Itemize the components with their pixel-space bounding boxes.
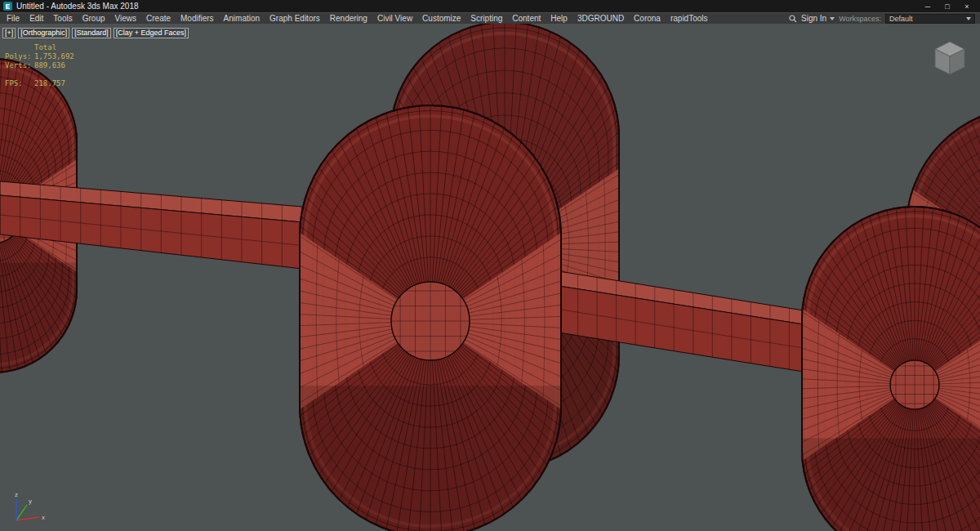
menu-item-civil-view[interactable]: Civil View [372, 14, 417, 23]
workspaces-label: Workspaces: [839, 15, 881, 23]
window-title: Untitled - Autodesk 3ds Max 2018 [16, 2, 139, 11]
menu-bar: FileEditToolsGroupViewsCreateModifiersAn… [0, 12, 980, 24]
stats-verts-label: Verts: [5, 61, 34, 70]
chevron-down-icon [830, 17, 835, 20]
menu-item-animation[interactable]: Animation [219, 14, 265, 23]
wheel-mesh[interactable] [300, 105, 561, 531]
menu-item-content[interactable]: Content [507, 14, 546, 23]
viewcube[interactable] [935, 42, 964, 74]
menu-item-file[interactable]: File [2, 14, 24, 23]
maximize-button[interactable]: □ [938, 2, 957, 11]
3d-scene: xyz [0, 24, 980, 531]
axis-label-z: z [15, 491, 18, 498]
workspace-value: Default [889, 15, 913, 23]
statistics-overlay: Total Polys:1,753,692 Verts:889,636 FPS:… [5, 43, 74, 88]
stats-total-header: Total [34, 43, 56, 51]
viewport-menu-general[interactable]: [+] [2, 28, 16, 38]
sign-in-button[interactable]: Sign In [801, 14, 835, 23]
menu-item-corona[interactable]: Corona [629, 14, 666, 23]
menu-item-help[interactable]: Help [546, 14, 572, 23]
sign-in-label: Sign In [801, 14, 826, 23]
3dsmax-logo-icon [3, 2, 12, 11]
stats-verts-value: 889,636 [34, 61, 65, 69]
menu-item-rendering[interactable]: Rendering [325, 14, 372, 23]
menu-item-customize[interactable]: Customize [417, 14, 466, 23]
axis-label-x: x [42, 514, 45, 521]
menu-item-scripting[interactable]: Scripting [466, 14, 507, 23]
menu-item-edit[interactable]: Edit [24, 14, 48, 23]
search-icon[interactable] [789, 15, 797, 23]
minimize-button[interactable]: ─ [918, 2, 938, 11]
stats-polys-label: Polys: [5, 52, 34, 61]
viewport-menu-render-setting[interactable]: [Standard] [72, 28, 111, 38]
workspace-dropdown[interactable]: Default [885, 14, 975, 24]
menu-item-views[interactable]: Views [110, 14, 142, 23]
viewport-menu-shading[interactable]: [Clay + Edged Faces] [114, 28, 189, 38]
stats-fps-value: 218.757 [34, 79, 65, 87]
menu-item-3dground[interactable]: 3DGROUND [572, 14, 629, 23]
menubar-right: Sign In Workspaces: Default [789, 14, 978, 24]
menu-items: FileEditToolsGroupViewsCreateModifiersAn… [2, 14, 713, 23]
menu-item-tools[interactable]: Tools [48, 14, 77, 23]
menu-item-modifiers[interactable]: Modifiers [176, 14, 219, 23]
menu-item-create[interactable]: Create [141, 14, 176, 23]
title-bar: Untitled - Autodesk 3ds Max 2018 ─ □ × [0, 0, 980, 12]
axis-label-y: y [29, 498, 32, 505]
viewport-canvas[interactable]: xyz [+] [Orthographic] [Standard] [Clay … [0, 24, 980, 531]
menu-item-group[interactable]: Group [78, 14, 110, 23]
stats-polys-value: 1,753,692 [34, 52, 74, 60]
wheel-mesh[interactable] [802, 207, 980, 531]
viewport-menu-pov[interactable]: [Orthographic] [18, 28, 69, 38]
close-button[interactable]: × [957, 2, 977, 11]
menu-item-rapidtools[interactable]: rapidTools [666, 14, 713, 23]
viewport-label-bar: [+] [Orthographic] [Standard] [Clay + Ed… [2, 28, 189, 38]
menu-item-graph-editors[interactable]: Graph Editors [265, 14, 325, 23]
stats-fps-label: FPS: [5, 79, 34, 88]
chevron-down-icon [966, 17, 971, 20]
